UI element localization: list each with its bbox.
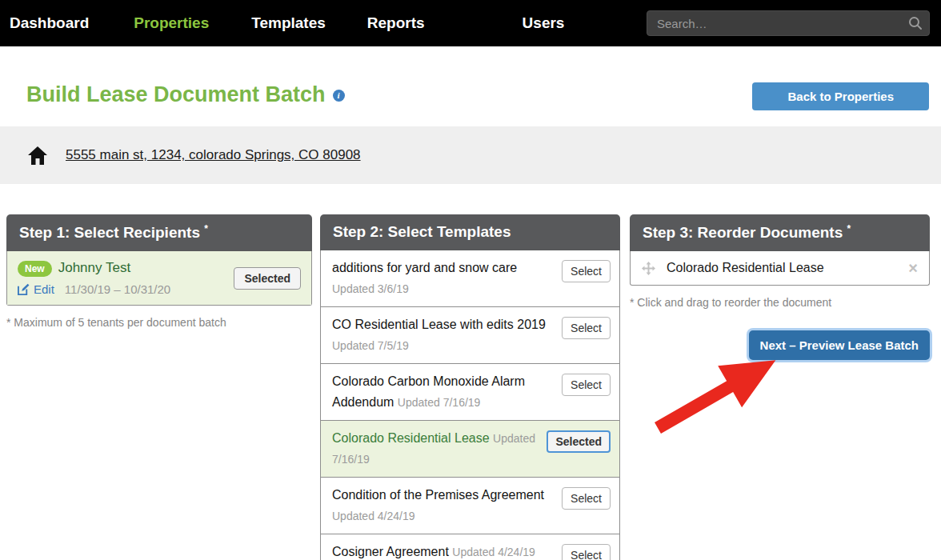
template-updated: Updated 4/24/19 [332, 510, 415, 522]
edit-icon [18, 283, 30, 295]
page-header: Build Lease Document Batchi Back to Prop… [0, 46, 941, 126]
template-row: CO Residential Lease with edits 2019 Upd… [321, 306, 619, 363]
info-icon[interactable]: i [333, 90, 345, 102]
template-updated: Updated 7/16/19 [398, 396, 481, 409]
step1-column: Step 1: Select Recipients * NewJohnny Te… [6, 214, 312, 560]
search-input[interactable] [647, 10, 930, 36]
close-icon[interactable]: × [908, 260, 918, 276]
step3-panel: Colorado Residential Lease × [630, 251, 930, 286]
template-name: Condition of the Premises Agreement [332, 488, 544, 502]
step1-title: Step 1: Select Recipients [19, 224, 200, 241]
template-name: additions for yard and snow care [332, 261, 517, 274]
reorder-document-row[interactable]: Colorado Residential Lease × [631, 251, 929, 285]
template-row: additions for yard and snow care Updated… [321, 250, 619, 306]
template-row: Condition of the Premises Agreement Upda… [321, 477, 619, 534]
nav-item-users[interactable]: Users [523, 14, 565, 32]
back-to-properties-button[interactable]: Back to Properties [752, 82, 929, 110]
next-preview-lease-batch-button[interactable]: Next – Preview Lease Batch [749, 330, 930, 360]
template-text: Condition of the Premises Agreement Upda… [332, 485, 562, 526]
steps-container: Step 1: Select Recipients * NewJohnny Te… [6, 214, 930, 560]
step3-title: Step 3: Reorder Documents [643, 224, 843, 241]
edit-recipient-link[interactable]: Edit [18, 282, 54, 296]
step1-required-mark: * [204, 223, 208, 234]
template-select-button[interactable]: Select [562, 487, 611, 510]
recipient-row: NewJohnny Test Edit 11/30/19 – 10/31/20 [7, 251, 311, 305]
step2-header: Step 2: Select Templates [320, 214, 620, 250]
recipient-info: NewJohnny Test Edit 11/30/19 – 10/31/20 [18, 260, 170, 296]
property-address-link[interactable]: 5555 main st, 1234, colorado Springs, CO… [66, 147, 361, 163]
top-nav-bar: Dashboard Properties Templates Reports U… [0, 0, 941, 46]
step3-footnote: * Click and drag to reorder the document [630, 296, 930, 309]
template-text: Colorado Residential Lease Updated 7/16/… [332, 428, 547, 470]
recipient-lease-dates: 11/30/19 – 10/31/20 [65, 282, 170, 296]
step3-column: Step 3: Reorder Documents * Colorado Res… [630, 214, 930, 560]
template-select-button[interactable]: Select [562, 374, 611, 396]
reorder-document-name: Colorado Residential Lease [667, 261, 824, 275]
recipient-name: Johnny Test [58, 260, 130, 275]
nav-item-reports[interactable]: Reports [367, 14, 425, 32]
template-row-selected: Colorado Residential Lease Updated 7/16/… [321, 420, 619, 477]
template-text: additions for yard and snow care Updated… [332, 258, 562, 299]
template-name: CO Residential Lease with edits 2019 [332, 318, 546, 331]
step1-panel: NewJohnny Test Edit 11/30/19 – 10/31/20 [6, 251, 312, 306]
recipient-line2: Edit 11/30/19 – 10/31/20 [18, 282, 170, 296]
step1-header: Step 1: Select Recipients * [6, 214, 312, 251]
page-title: Build Lease Document Batchi [26, 82, 345, 107]
step1-footnote: * Maximum of 5 tenants per document batc… [6, 316, 312, 329]
template-updated: Updated 4/24/19 [452, 546, 535, 558]
template-text: CO Residential Lease with edits 2019 Upd… [332, 314, 562, 356]
template-row: Colorado Carbon Monoxide Alarm Addendum … [321, 363, 619, 420]
template-text: Cosigner Agreement Updated 4/24/19 [332, 542, 562, 560]
nav-item-properties[interactable]: Properties [134, 14, 209, 32]
recipient-selected-button[interactable]: Selected [234, 267, 301, 290]
property-address-bar: 5555 main st, 1234, colorado Springs, CO… [0, 126, 941, 184]
step3-required-mark: * [847, 223, 851, 234]
move-icon[interactable] [642, 262, 655, 275]
template-selected-button[interactable]: Selected [547, 430, 611, 453]
template-updated: Updated 7/5/19 [332, 339, 409, 352]
edit-label: Edit [34, 282, 54, 296]
step2-panel: additions for yard and snow care Updated… [320, 250, 620, 560]
template-name: Colorado Residential Lease [332, 431, 490, 445]
home-icon [28, 146, 47, 165]
step2-column: Step 2: Select Templates additions for y… [320, 214, 620, 560]
search-icon[interactable] [908, 16, 923, 30]
page-title-text: Build Lease Document Batch [26, 82, 326, 106]
template-select-button[interactable]: Select [562, 317, 611, 339]
template-updated: Updated 3/6/19 [332, 282, 409, 295]
search-box [647, 10, 930, 36]
recipient-line1: NewJohnny Test [18, 260, 170, 277]
nav-item-templates[interactable]: Templates [251, 14, 326, 32]
nav-item-dashboard[interactable]: Dashboard [10, 14, 89, 32]
template-select-button[interactable]: Select [562, 544, 611, 560]
step3-header: Step 3: Reorder Documents * [630, 214, 930, 251]
template-row: Cosigner Agreement Updated 4/24/19 Selec… [321, 534, 619, 560]
template-text: Colorado Carbon Monoxide Alarm Addendum … [332, 371, 562, 413]
template-name: Cosigner Agreement [332, 545, 449, 558]
step2-title: Step 2: Select Templates [333, 223, 511, 240]
new-badge: New [18, 261, 52, 277]
template-select-button[interactable]: Select [562, 260, 611, 282]
